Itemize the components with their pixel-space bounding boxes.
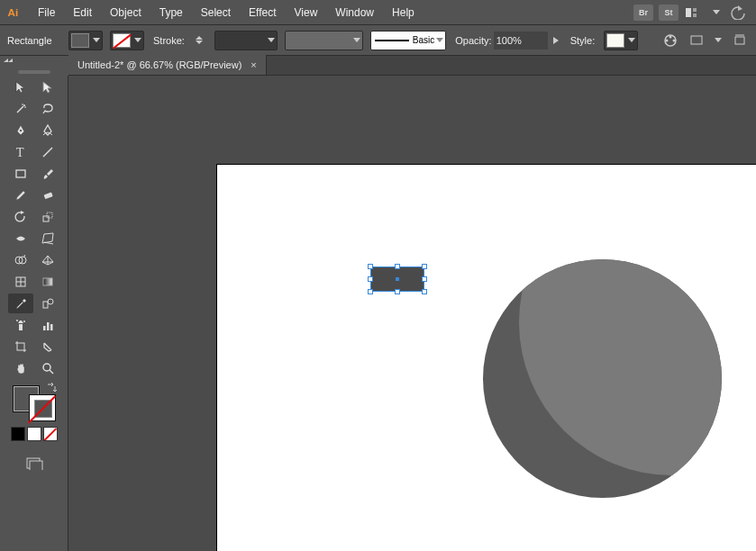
free-transform-tool[interactable]: [35, 229, 60, 248]
toolbar-collapse-icon[interactable]: [0, 56, 68, 68]
svg-marker-26: [43, 82, 51, 93]
svg-marker-24: [8, 59, 13, 62]
selection-handle[interactable]: [368, 289, 373, 294]
align-dropdown-icon[interactable]: [713, 32, 723, 50]
svg-marker-6: [93, 38, 100, 42]
column-graph-tool[interactable]: [35, 315, 60, 335]
selected-rectangle[interactable]: [370, 266, 424, 292]
selection-tool[interactable]: [8, 77, 33, 97]
selection-handle[interactable]: [368, 264, 373, 269]
menu-type[interactable]: Type: [150, 0, 192, 25]
menu-select[interactable]: Select: [192, 0, 240, 25]
stroke-weight-field[interactable]: [214, 31, 278, 50]
svg-marker-25: [16, 82, 24, 93]
artboard[interactable]: [216, 164, 756, 551]
symbol-sprayer-tool[interactable]: [8, 315, 33, 335]
none-mode-icon[interactable]: [43, 427, 58, 441]
artboard-tool[interactable]: [8, 337, 33, 357]
svg-point-51: [16, 320, 18, 321]
align-icon[interactable]: [687, 31, 706, 50]
menu-effect[interactable]: Effect: [240, 0, 285, 25]
gpu-preview-icon[interactable]: [727, 5, 749, 21]
bridge-icon[interactable]: Br: [633, 5, 653, 21]
screen-mode-icon[interactable]: [24, 454, 44, 474]
graphic-style-control[interactable]: [604, 31, 638, 50]
lasso-tool[interactable]: [35, 99, 60, 119]
svg-marker-23: [4, 59, 8, 62]
curvature-tool[interactable]: [35, 121, 60, 140]
eyedropper-tool[interactable]: [8, 294, 33, 313]
perspective-grid-tool[interactable]: [35, 250, 60, 270]
opacity-field[interactable]: 100%: [494, 32, 548, 50]
shape-properties-icon[interactable]: [730, 31, 749, 50]
stroke-weight-spinner[interactable]: [196, 32, 207, 50]
scale-tool[interactable]: [35, 207, 60, 227]
selection-handle[interactable]: [395, 264, 400, 269]
fill-dropdown-icon[interactable]: [91, 32, 102, 50]
type-tool[interactable]: T: [8, 142, 33, 162]
color-mode-icon[interactable]: [11, 427, 25, 441]
selection-handle[interactable]: [368, 276, 373, 282]
opacity-more-icon[interactable]: [551, 32, 561, 50]
menu-view[interactable]: View: [286, 0, 327, 25]
selection-handle[interactable]: [395, 289, 400, 294]
zoom-tool[interactable]: [35, 358, 60, 378]
magic-wand-tool[interactable]: [8, 99, 33, 119]
blend-tool[interactable]: [35, 294, 60, 313]
style-dropdown-icon[interactable]: [626, 32, 637, 50]
svg-rect-50: [19, 324, 23, 330]
direct-selection-tool[interactable]: [35, 77, 60, 97]
svg-marker-20: [715, 38, 722, 42]
stroke-color-icon[interactable]: [29, 394, 56, 421]
svg-rect-55: [50, 324, 53, 330]
menu-file[interactable]: File: [29, 0, 64, 25]
pen-tool[interactable]: [8, 121, 33, 140]
gradient-mode-icon[interactable]: [27, 427, 41, 441]
eraser-tool[interactable]: [35, 185, 60, 205]
stroke-swatch-control[interactable]: [110, 31, 144, 50]
tab-close-icon[interactable]: ×: [250, 59, 256, 70]
selection-handle[interactable]: [422, 276, 427, 282]
brush-dropdown-icon[interactable]: [434, 32, 445, 50]
line-segment-tool[interactable]: [35, 142, 60, 162]
arrange-documents-icon[interactable]: [684, 5, 706, 21]
variable-width-profile[interactable]: [285, 31, 363, 50]
stroke-none-swatch-icon: [113, 33, 131, 48]
fill-swatch-control[interactable]: [68, 31, 103, 50]
rectangle-tool[interactable]: [8, 164, 33, 184]
menu-help[interactable]: Help: [383, 0, 424, 25]
gradient-tool[interactable]: [35, 272, 60, 292]
canvas-area[interactable]: [68, 76, 756, 551]
document-tab[interactable]: Untitled-2* @ 66.67% (RGB/Preview) ×: [68, 55, 267, 75]
width-tool[interactable]: [8, 229, 33, 248]
paintbrush-tool[interactable]: [35, 164, 60, 184]
slice-tool[interactable]: [35, 337, 60, 357]
swap-fill-stroke-icon[interactable]: [47, 382, 58, 394]
svg-text:Ai: Ai: [8, 6, 19, 18]
stroke-dropdown-icon[interactable]: [132, 32, 143, 50]
brush-definition[interactable]: Basic: [370, 31, 447, 50]
arrange-dropdown-icon[interactable]: [711, 4, 722, 22]
menu-object[interactable]: Object: [101, 0, 150, 25]
circle-shape[interactable]: [483, 259, 722, 498]
fill-stroke-color-box[interactable]: [13, 385, 56, 421]
toolbar-header: [0, 56, 68, 76]
stroke-label[interactable]: Stroke:: [151, 35, 187, 46]
menu-window[interactable]: Window: [326, 0, 383, 25]
hand-tool[interactable]: [8, 358, 33, 378]
stock-icon[interactable]: St: [659, 5, 679, 21]
pencil-tool[interactable]: [8, 185, 33, 205]
stroke-weight-dropdown-icon[interactable]: [266, 32, 277, 50]
svg-marker-13: [553, 37, 559, 44]
selection-handle[interactable]: [422, 289, 427, 294]
opacity-label[interactable]: Opacity:: [453, 35, 493, 46]
recolor-artwork-icon[interactable]: [661, 31, 680, 50]
vwp-dropdown-icon[interactable]: [351, 32, 362, 50]
shape-builder-tool[interactable]: [8, 250, 33, 270]
svg-text:T: T: [16, 146, 24, 158]
menu-edit[interactable]: Edit: [64, 0, 101, 25]
selection-handle[interactable]: [422, 264, 427, 269]
mesh-tool[interactable]: [8, 272, 33, 292]
style-label[interactable]: Style:: [569, 35, 597, 46]
rotate-tool[interactable]: [8, 207, 33, 227]
